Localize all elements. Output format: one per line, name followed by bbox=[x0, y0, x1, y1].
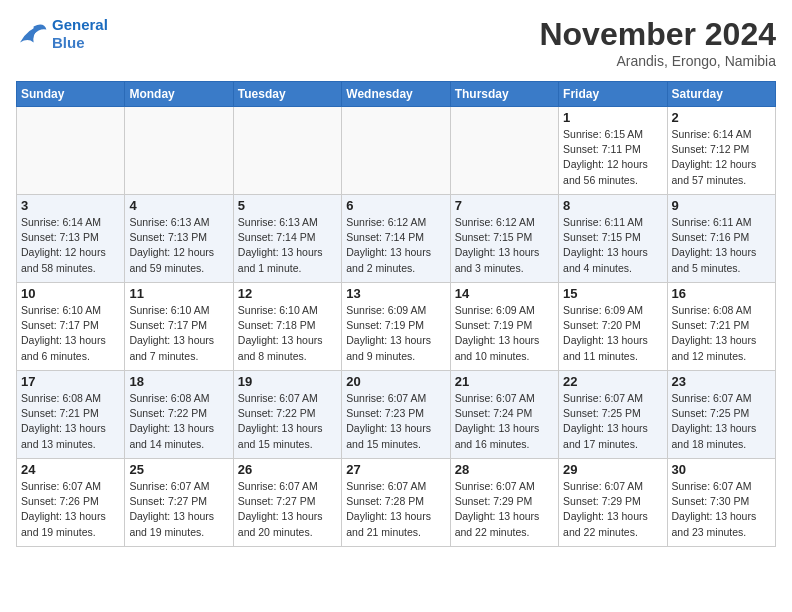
calendar-cell bbox=[233, 107, 341, 195]
day-number: 14 bbox=[455, 286, 554, 301]
weekday-header-row: SundayMondayTuesdayWednesdayThursdayFrid… bbox=[17, 82, 776, 107]
day-number: 13 bbox=[346, 286, 445, 301]
day-info: Sunrise: 6:07 AM Sunset: 7:29 PM Dayligh… bbox=[563, 479, 662, 540]
day-info: Sunrise: 6:11 AM Sunset: 7:16 PM Dayligh… bbox=[672, 215, 771, 276]
calendar-row: 17Sunrise: 6:08 AM Sunset: 7:21 PM Dayli… bbox=[17, 371, 776, 459]
day-number: 25 bbox=[129, 462, 228, 477]
weekday-header: Thursday bbox=[450, 82, 558, 107]
calendar-cell: 27Sunrise: 6:07 AM Sunset: 7:28 PM Dayli… bbox=[342, 459, 450, 547]
calendar-cell: 14Sunrise: 6:09 AM Sunset: 7:19 PM Dayli… bbox=[450, 283, 558, 371]
day-info: Sunrise: 6:10 AM Sunset: 7:17 PM Dayligh… bbox=[21, 303, 120, 364]
day-info: Sunrise: 6:11 AM Sunset: 7:15 PM Dayligh… bbox=[563, 215, 662, 276]
day-number: 7 bbox=[455, 198, 554, 213]
day-number: 4 bbox=[129, 198, 228, 213]
logo: General Blue bbox=[16, 16, 108, 52]
calendar-cell: 16Sunrise: 6:08 AM Sunset: 7:21 PM Dayli… bbox=[667, 283, 775, 371]
calendar-cell: 12Sunrise: 6:10 AM Sunset: 7:18 PM Dayli… bbox=[233, 283, 341, 371]
page-header: General Blue November 2024 Arandis, Eron… bbox=[16, 16, 776, 69]
calendar-cell: 3Sunrise: 6:14 AM Sunset: 7:13 PM Daylig… bbox=[17, 195, 125, 283]
day-number: 22 bbox=[563, 374, 662, 389]
day-number: 20 bbox=[346, 374, 445, 389]
day-number: 15 bbox=[563, 286, 662, 301]
day-number: 18 bbox=[129, 374, 228, 389]
day-number: 12 bbox=[238, 286, 337, 301]
calendar-cell bbox=[17, 107, 125, 195]
day-number: 24 bbox=[21, 462, 120, 477]
day-number: 16 bbox=[672, 286, 771, 301]
month-title: November 2024 bbox=[539, 16, 776, 53]
calendar-cell: 26Sunrise: 6:07 AM Sunset: 7:27 PM Dayli… bbox=[233, 459, 341, 547]
calendar-cell: 20Sunrise: 6:07 AM Sunset: 7:23 PM Dayli… bbox=[342, 371, 450, 459]
day-info: Sunrise: 6:12 AM Sunset: 7:14 PM Dayligh… bbox=[346, 215, 445, 276]
title-block: November 2024 Arandis, Erongo, Namibia bbox=[539, 16, 776, 69]
calendar-cell bbox=[342, 107, 450, 195]
day-info: Sunrise: 6:07 AM Sunset: 7:25 PM Dayligh… bbox=[563, 391, 662, 452]
day-number: 10 bbox=[21, 286, 120, 301]
day-number: 28 bbox=[455, 462, 554, 477]
weekday-header: Wednesday bbox=[342, 82, 450, 107]
calendar-cell: 28Sunrise: 6:07 AM Sunset: 7:29 PM Dayli… bbox=[450, 459, 558, 547]
day-info: Sunrise: 6:09 AM Sunset: 7:20 PM Dayligh… bbox=[563, 303, 662, 364]
calendar-cell: 11Sunrise: 6:10 AM Sunset: 7:17 PM Dayli… bbox=[125, 283, 233, 371]
day-info: Sunrise: 6:07 AM Sunset: 7:23 PM Dayligh… bbox=[346, 391, 445, 452]
logo-text: General Blue bbox=[52, 16, 108, 52]
logo-icon bbox=[16, 20, 48, 48]
day-info: Sunrise: 6:08 AM Sunset: 7:21 PM Dayligh… bbox=[672, 303, 771, 364]
day-number: 6 bbox=[346, 198, 445, 213]
calendar-cell: 18Sunrise: 6:08 AM Sunset: 7:22 PM Dayli… bbox=[125, 371, 233, 459]
calendar-cell: 17Sunrise: 6:08 AM Sunset: 7:21 PM Dayli… bbox=[17, 371, 125, 459]
day-info: Sunrise: 6:08 AM Sunset: 7:22 PM Dayligh… bbox=[129, 391, 228, 452]
day-number: 17 bbox=[21, 374, 120, 389]
calendar-cell: 15Sunrise: 6:09 AM Sunset: 7:20 PM Dayli… bbox=[559, 283, 667, 371]
weekday-header: Saturday bbox=[667, 82, 775, 107]
day-number: 2 bbox=[672, 110, 771, 125]
day-info: Sunrise: 6:12 AM Sunset: 7:15 PM Dayligh… bbox=[455, 215, 554, 276]
day-number: 11 bbox=[129, 286, 228, 301]
calendar-cell: 24Sunrise: 6:07 AM Sunset: 7:26 PM Dayli… bbox=[17, 459, 125, 547]
day-info: Sunrise: 6:07 AM Sunset: 7:22 PM Dayligh… bbox=[238, 391, 337, 452]
calendar-cell: 22Sunrise: 6:07 AM Sunset: 7:25 PM Dayli… bbox=[559, 371, 667, 459]
location: Arandis, Erongo, Namibia bbox=[539, 53, 776, 69]
calendar-row: 24Sunrise: 6:07 AM Sunset: 7:26 PM Dayli… bbox=[17, 459, 776, 547]
day-number: 19 bbox=[238, 374, 337, 389]
day-info: Sunrise: 6:10 AM Sunset: 7:18 PM Dayligh… bbox=[238, 303, 337, 364]
day-info: Sunrise: 6:09 AM Sunset: 7:19 PM Dayligh… bbox=[346, 303, 445, 364]
day-info: Sunrise: 6:15 AM Sunset: 7:11 PM Dayligh… bbox=[563, 127, 662, 188]
calendar-cell: 25Sunrise: 6:07 AM Sunset: 7:27 PM Dayli… bbox=[125, 459, 233, 547]
calendar-cell: 1Sunrise: 6:15 AM Sunset: 7:11 PM Daylig… bbox=[559, 107, 667, 195]
day-info: Sunrise: 6:07 AM Sunset: 7:24 PM Dayligh… bbox=[455, 391, 554, 452]
calendar-cell bbox=[125, 107, 233, 195]
calendar-cell: 21Sunrise: 6:07 AM Sunset: 7:24 PM Dayli… bbox=[450, 371, 558, 459]
calendar-cell: 4Sunrise: 6:13 AM Sunset: 7:13 PM Daylig… bbox=[125, 195, 233, 283]
weekday-header: Monday bbox=[125, 82, 233, 107]
calendar-cell: 9Sunrise: 6:11 AM Sunset: 7:16 PM Daylig… bbox=[667, 195, 775, 283]
calendar-cell: 6Sunrise: 6:12 AM Sunset: 7:14 PM Daylig… bbox=[342, 195, 450, 283]
day-info: Sunrise: 6:07 AM Sunset: 7:29 PM Dayligh… bbox=[455, 479, 554, 540]
calendar-cell: 8Sunrise: 6:11 AM Sunset: 7:15 PM Daylig… bbox=[559, 195, 667, 283]
weekday-header: Sunday bbox=[17, 82, 125, 107]
calendar-row: 3Sunrise: 6:14 AM Sunset: 7:13 PM Daylig… bbox=[17, 195, 776, 283]
day-info: Sunrise: 6:14 AM Sunset: 7:12 PM Dayligh… bbox=[672, 127, 771, 188]
calendar-cell: 2Sunrise: 6:14 AM Sunset: 7:12 PM Daylig… bbox=[667, 107, 775, 195]
weekday-header: Friday bbox=[559, 82, 667, 107]
day-info: Sunrise: 6:14 AM Sunset: 7:13 PM Dayligh… bbox=[21, 215, 120, 276]
day-number: 3 bbox=[21, 198, 120, 213]
calendar-cell: 29Sunrise: 6:07 AM Sunset: 7:29 PM Dayli… bbox=[559, 459, 667, 547]
day-info: Sunrise: 6:07 AM Sunset: 7:25 PM Dayligh… bbox=[672, 391, 771, 452]
calendar-table: SundayMondayTuesdayWednesdayThursdayFrid… bbox=[16, 81, 776, 547]
day-info: Sunrise: 6:13 AM Sunset: 7:13 PM Dayligh… bbox=[129, 215, 228, 276]
calendar-row: 10Sunrise: 6:10 AM Sunset: 7:17 PM Dayli… bbox=[17, 283, 776, 371]
day-info: Sunrise: 6:09 AM Sunset: 7:19 PM Dayligh… bbox=[455, 303, 554, 364]
calendar-row: 1Sunrise: 6:15 AM Sunset: 7:11 PM Daylig… bbox=[17, 107, 776, 195]
day-number: 27 bbox=[346, 462, 445, 477]
day-number: 29 bbox=[563, 462, 662, 477]
day-info: Sunrise: 6:08 AM Sunset: 7:21 PM Dayligh… bbox=[21, 391, 120, 452]
calendar-cell bbox=[450, 107, 558, 195]
day-info: Sunrise: 6:07 AM Sunset: 7:27 PM Dayligh… bbox=[238, 479, 337, 540]
day-info: Sunrise: 6:07 AM Sunset: 7:27 PM Dayligh… bbox=[129, 479, 228, 540]
day-info: Sunrise: 6:10 AM Sunset: 7:17 PM Dayligh… bbox=[129, 303, 228, 364]
day-number: 26 bbox=[238, 462, 337, 477]
calendar-cell: 10Sunrise: 6:10 AM Sunset: 7:17 PM Dayli… bbox=[17, 283, 125, 371]
day-info: Sunrise: 6:07 AM Sunset: 7:26 PM Dayligh… bbox=[21, 479, 120, 540]
day-number: 9 bbox=[672, 198, 771, 213]
